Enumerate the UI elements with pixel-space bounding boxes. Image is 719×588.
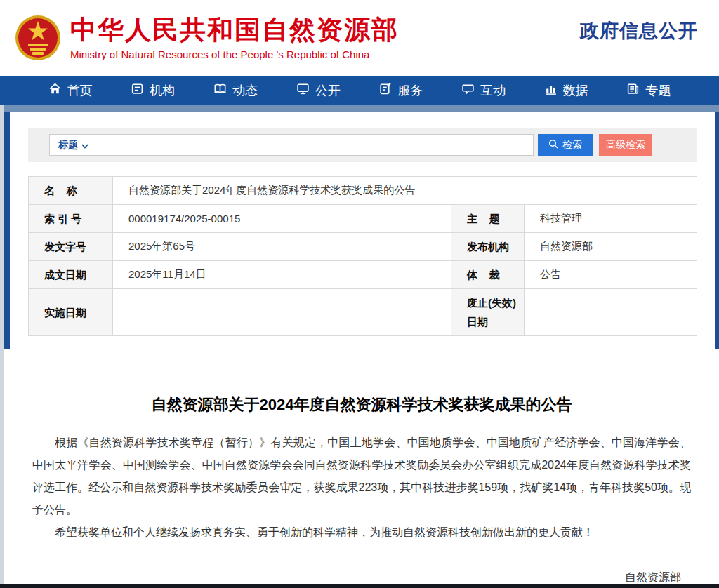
meta-value-date: 2025年11月14日 xyxy=(113,261,451,289)
meta-label-genre: 体 裁 xyxy=(451,261,525,289)
table-row: 索 引 号 000019174/2025-00015 主 题 科技管理 xyxy=(29,205,697,233)
bar-chart-icon xyxy=(544,82,558,99)
nav-item-data[interactable]: 数据 xyxy=(544,82,588,99)
nav-label: 服务 xyxy=(397,82,423,99)
nav-label: 首页 xyxy=(67,82,93,99)
nav-label: 动态 xyxy=(232,82,258,99)
nav-label: 机构 xyxy=(150,82,175,99)
article-paragraph: 希望获奖单位和个人继续发扬求真务实、勇于创新的科学精神，为推动自然资源科技创新做… xyxy=(32,521,691,544)
meta-value-impl xyxy=(113,289,451,336)
site-home-link[interactable]: 中华人民共和国自然资源部 Ministry of Natural Resourc… xyxy=(70,15,399,60)
newspaper-icon xyxy=(626,82,640,99)
nav-item-home[interactable]: 首页 xyxy=(48,82,93,99)
meta-value-genre: 公告 xyxy=(525,261,697,289)
chat-bubble-icon xyxy=(461,82,475,99)
meta-label-date: 成文日期 xyxy=(29,261,113,289)
page-bottom-bar xyxy=(0,584,719,588)
search-button[interactable]: 检索 xyxy=(538,134,593,156)
meta-label-subject: 主 题 xyxy=(451,205,525,233)
nav-label: 数据 xyxy=(563,82,588,99)
site-banner: 中华人民共和国自然资源部 Ministry of Natural Resourc… xyxy=(0,0,719,76)
nav-label: 专题 xyxy=(645,82,671,99)
advanced-search-label: 高级检索 xyxy=(606,139,645,152)
meta-value-subject: 科技管理 xyxy=(525,205,697,233)
news-book-icon xyxy=(213,82,227,99)
site-title-en: Ministry of Natural Resources of the Peo… xyxy=(70,48,399,60)
nav-substrip xyxy=(0,105,719,112)
nav-item-org[interactable]: 机构 xyxy=(131,82,175,99)
monitor-icon xyxy=(296,82,310,99)
page-title: 自然资源部关于2024年度自然资源科学技术奖获奖成果的公告 xyxy=(137,394,586,416)
meta-label-agency: 发布机构 xyxy=(451,233,525,261)
nav-label: 互动 xyxy=(480,82,506,99)
search-bar: 标题 检索 高级检索 xyxy=(28,128,697,162)
document-metadata-table: 名 称 自然资源部关于2024年度自然资源科学技术奖获奖成果的公告 索 引 号 … xyxy=(28,176,697,336)
nav-item-interact[interactable]: 互动 xyxy=(461,82,506,99)
meta-label-impl: 实施日期 xyxy=(29,289,113,336)
meta-label-name: 名 称 xyxy=(29,177,113,205)
main-nav: 首页 机构 动态 公开 服务 互动 数据 专题 xyxy=(0,76,719,105)
article-body: 根据《自然资源科学技术奖章程（暂行）》有关规定，中国土地学会、中国地质学会、中国… xyxy=(32,432,691,544)
meta-label-docnum: 发文字号 xyxy=(29,233,113,261)
search-button-label: 检索 xyxy=(562,139,582,152)
nav-item-topic[interactable]: 专题 xyxy=(626,82,671,99)
meta-value-agency: 自然资源部 xyxy=(525,233,697,261)
nav-item-service[interactable]: 服务 xyxy=(378,82,423,99)
table-row: 实施日期 废止(失效)日期 xyxy=(29,289,697,336)
nav-item-news[interactable]: 动态 xyxy=(213,82,258,99)
page: 中华人民共和国自然资源部 Ministry of Natural Resourc… xyxy=(0,0,719,588)
nav-label: 公开 xyxy=(315,82,341,99)
table-row: 名 称 自然资源部关于2024年度自然资源科学技术奖获奖成果的公告 xyxy=(29,177,697,205)
meta-label-repeal: 废止(失效)日期 xyxy=(451,289,525,336)
meta-value-name: 自然资源部关于2024年度自然资源科学技术奖获奖成果的公告 xyxy=(113,177,697,205)
gov-info-open-link[interactable]: 政府信息公开 xyxy=(580,18,698,44)
article-paragraph: 根据《自然资源科学技术奖章程（暂行）》有关规定，中国土地学会、中国地质学会、中国… xyxy=(32,432,691,521)
nav-item-open[interactable]: 公开 xyxy=(296,82,341,99)
gov-info-section: 标题 检索 高级检索 名 称 自然资源部关于2024年度自然资源科学技术奖获奖成… xyxy=(4,112,719,349)
site-title-cn: 中华人民共和国自然资源部 xyxy=(70,15,399,46)
magnifier-icon xyxy=(548,139,558,151)
meta-value-repeal xyxy=(525,289,697,336)
meta-label-index: 索 引 号 xyxy=(29,205,113,233)
service-doc-icon xyxy=(378,82,392,99)
chevron-down-icon xyxy=(81,140,88,151)
table-row: 成文日期 2025年11月14日 体 裁 公告 xyxy=(29,261,697,289)
meta-value-index: 000019174/2025-00015 xyxy=(113,205,451,233)
home-icon xyxy=(48,82,62,99)
advanced-search-button[interactable]: 高级检索 xyxy=(599,134,652,156)
search-field-selector[interactable]: 标题 xyxy=(58,139,88,152)
table-row: 发文字号 2025年第65号 发布机构 自然资源部 xyxy=(29,233,697,261)
page-left-edge xyxy=(0,105,4,584)
search-input[interactable]: 标题 xyxy=(49,134,534,156)
announcement-article: 自然资源部关于2024年度自然资源科学技术奖获奖成果的公告 根据《自然资源科学技… xyxy=(4,394,719,588)
search-field-label: 标题 xyxy=(58,139,78,152)
national-emblem-icon xyxy=(14,10,62,66)
meta-value-docnum: 2025年第65号 xyxy=(113,233,451,261)
organization-icon xyxy=(131,82,144,99)
